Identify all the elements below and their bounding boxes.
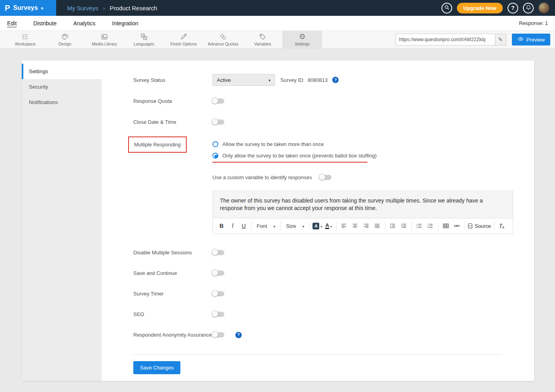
sidebar-item-settings[interactable]: Settings — [22, 64, 102, 79]
seo-row: SEO — [133, 309, 534, 320]
numbered-list-icon: 123 — [427, 223, 433, 229]
indent-button[interactable] — [388, 221, 398, 231]
breadcrumb-my-surveys[interactable]: My Surveys — [67, 5, 98, 11]
align-right-icon — [363, 223, 369, 229]
link-icon — [454, 223, 460, 229]
toolbar-item-languages[interactable]: A Languages — [124, 31, 164, 48]
anonymity-toggle[interactable] — [212, 332, 224, 337]
toolbar-item-advance-quotas[interactable]: Advance Quotas — [203, 31, 243, 48]
toggle-knob — [212, 97, 218, 104]
remove-format-icon: T — [499, 223, 502, 229]
radio-option-allow-multiple[interactable]: Allow the survey to be taken more than o… — [212, 141, 324, 147]
workspace-icon — [21, 33, 30, 41]
font-dropdown[interactable]: Font — [254, 223, 278, 229]
preview-button[interactable]: Preview — [512, 34, 550, 45]
outdent-button[interactable] — [399, 221, 409, 231]
radio-option-only-once[interactable]: Only allow the survey to be taken once (… — [212, 153, 377, 159]
sidebar-item-notifications[interactable]: Notifications — [22, 95, 102, 110]
tab-distribute[interactable]: Distribute — [33, 19, 57, 28]
multiple-responding-label: Multiple Responding — [134, 142, 181, 148]
numbered-list-button[interactable]: 123 — [426, 221, 435, 231]
settings-sidebar: Settings Security Notifications — [22, 61, 102, 381]
media-library-icon — [100, 33, 109, 41]
survey-url-input[interactable] — [396, 34, 495, 45]
background-color-button[interactable]: A — [313, 221, 322, 231]
edit-url-button[interactable] — [495, 34, 506, 45]
bullet-list-icon — [416, 223, 422, 229]
tab-edit[interactable]: Edit — [7, 19, 17, 28]
tab-integration[interactable]: Integration — [112, 19, 138, 28]
toolbar-separator — [438, 221, 438, 231]
tab-analytics[interactable]: Analytics — [73, 19, 95, 28]
header-actions: Upgrade Now ? — [441, 2, 555, 13]
search-button[interactable] — [441, 3, 452, 13]
notifications-button[interactable] — [523, 3, 534, 13]
disabled-message-editor: The owner of this survey has disabled us… — [212, 191, 513, 234]
response-quota-toggle[interactable] — [212, 98, 224, 104]
italic-button[interactable]: I — [228, 221, 237, 231]
toolbar-separator — [309, 221, 310, 231]
survey-id-help-icon[interactable]: ? — [332, 77, 339, 83]
toolbar-separator — [251, 221, 252, 231]
save-changes-button[interactable]: Save Changes — [133, 361, 180, 374]
response-quota-row: Response Quota — [133, 95, 534, 107]
text-color-button[interactable]: A — [324, 221, 333, 231]
source-button[interactable]: Source — [468, 221, 491, 231]
toolbar-item-workspace[interactable]: Workspace — [6, 31, 45, 48]
align-center-button[interactable] — [350, 221, 360, 231]
breadcrumb: My Surveys › Product Research — [67, 5, 157, 11]
survey-timer-row: Survey Timer — [133, 288, 534, 300]
product-switcher[interactable]: P Surveys — [0, 0, 56, 16]
sidebar-item-security[interactable]: Security — [22, 79, 102, 95]
bold-button[interactable]: B — [217, 221, 226, 231]
anonymity-help-icon[interactable]: ? — [235, 332, 242, 338]
search-icon — [444, 4, 450, 12]
radio-selected-icon[interactable] — [212, 153, 218, 159]
chevron-down-icon — [41, 4, 44, 11]
upgrade-now-button[interactable]: Upgrade Now — [457, 3, 503, 13]
survey-timer-label: Survey Timer — [133, 291, 212, 297]
align-left-button[interactable] — [339, 221, 349, 231]
survey-timer-toggle[interactable] — [212, 291, 224, 296]
bullet-list-button[interactable] — [415, 221, 424, 231]
toggle-knob — [212, 118, 218, 125]
insert-table-button[interactable] — [441, 221, 451, 231]
survey-status-label: Survey Status — [133, 77, 212, 83]
seo-toggle[interactable] — [212, 312, 224, 317]
question-mark-icon: ? — [511, 5, 515, 11]
size-dropdown[interactable]: Size — [283, 223, 307, 229]
underline-button[interactable]: U — [239, 221, 248, 231]
custom-variable-toggle[interactable] — [320, 175, 331, 180]
form-divider — [133, 354, 502, 355]
advance-quotas-icon — [219, 33, 227, 41]
survey-url-field — [396, 34, 506, 45]
pencil-icon — [498, 36, 503, 43]
user-avatar[interactable] — [538, 2, 549, 13]
align-right-button[interactable] — [362, 221, 371, 231]
toolbar-item-finish-options[interactable]: Finish Options — [164, 31, 203, 48]
top-header: P Surveys My Surveys › Product Research … — [0, 0, 555, 16]
align-justify-icon — [374, 223, 380, 229]
close-date-toggle[interactable] — [212, 119, 224, 125]
languages-icon: A — [140, 33, 148, 41]
close-date-row: Close Date & Time — [133, 116, 534, 128]
response-quota-label: Response Quota — [133, 98, 212, 104]
variables-tag-icon — [258, 33, 267, 41]
save-continue-row: Save and Continue — [133, 267, 534, 279]
disable-sessions-toggle[interactable] — [212, 250, 224, 255]
radio-unselected-icon[interactable] — [212, 141, 218, 147]
toolbar-item-variables[interactable]: Variables — [243, 31, 282, 48]
help-button[interactable]: ? — [508, 3, 518, 13]
editor-message-text[interactable]: The owner of this survey has disabled us… — [213, 191, 513, 218]
survey-status-select[interactable]: Active — [212, 74, 275, 86]
annotation-underline — [212, 162, 367, 163]
toolbar-item-design[interactable]: Design — [45, 31, 85, 48]
save-continue-toggle[interactable] — [212, 271, 224, 276]
insert-link-button[interactable] — [452, 221, 462, 231]
product-name: Surveys — [13, 4, 38, 11]
toolbar-item-media-library[interactable]: Media Library — [85, 31, 124, 48]
disable-sessions-label: Disable Multiple Sessions — [133, 250, 212, 256]
remove-format-button[interactable]: T x — [497, 221, 506, 231]
toolbar-item-settings[interactable]: Settings — [282, 31, 322, 48]
align-justify-button[interactable] — [373, 221, 382, 231]
